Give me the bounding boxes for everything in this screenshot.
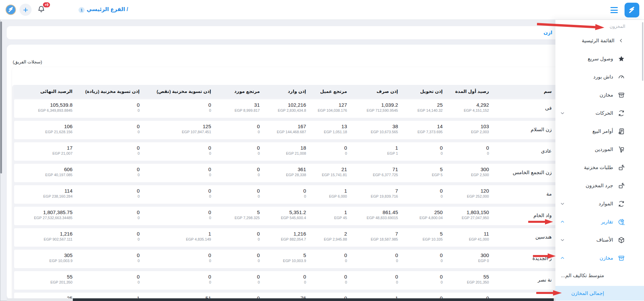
value-cell-customer_return: 1EGP 6,000 xyxy=(309,185,350,204)
column-header-incoming: إذن وارد xyxy=(263,89,309,94)
value-cell-issue: 1,039.2EGP 712,590.9545 xyxy=(350,99,401,118)
horizontal-scrollbar-thumb[interactable] xyxy=(73,298,554,301)
sidebar-scrollbar[interactable] xyxy=(642,22,643,81)
breadcrumb[interactable]: الفرع الرئيسي / xyxy=(87,6,128,12)
sidebar-item[interactable]: طلبات مخزنية xyxy=(555,158,644,177)
sidebar-item[interactable]: مخازن xyxy=(555,86,644,104)
column-header-opening: رصيد أول المدة xyxy=(446,89,492,94)
table-row[interactable]: مة120EGP 252,000007EGP 19,839.7161EGP 6,… xyxy=(14,185,632,204)
sidebar-item[interactable]: الموارد xyxy=(555,195,644,213)
table-header-row: سمرصيد أول المدةإذن تحويلإذن صرفمرتجع عم… xyxy=(14,85,632,98)
table-card: سمرصيد أول المدةإذن تحويلإذن صرفمرتجع عم… xyxy=(12,67,634,301)
app-logo[interactable] xyxy=(625,3,639,17)
value-cell-transfer: 14EGP 7,373.695 xyxy=(401,121,446,139)
value-cell-transfer: 00 xyxy=(401,185,446,204)
value-cell-opening: 300EGP 2,500 xyxy=(446,164,492,182)
table-row[interactable]: زن التجمع الخامس300EGP 2,5005EGP 571EGP … xyxy=(14,164,632,182)
app-logo-icon xyxy=(628,6,636,14)
sidebar-item[interactable]: تقارير xyxy=(555,213,644,231)
value-cell-transfer: 250EGP 4,800.04 xyxy=(401,207,446,225)
sidebar-item[interactable]: جرد المخزون xyxy=(555,177,644,195)
notifications-button[interactable]: +9 xyxy=(37,5,48,16)
column-header-customer_return: مرتجع عميل xyxy=(309,89,350,94)
add-button[interactable]: + xyxy=(19,4,32,16)
value-cell-opening: 120EGP 252,000 xyxy=(446,185,492,204)
sidebar-item-label: الموردين xyxy=(595,146,613,152)
sidebar: المخزون القائمة الرئيسيةوصول سريعداش بور… xyxy=(555,20,644,301)
sidebar-subitem[interactable]: إجمالى المخازن xyxy=(555,286,644,301)
table-row[interactable]: فى4,292EGP 4,151,15225EGP 14,140.321,039… xyxy=(14,99,632,118)
value-cell-adjust_decrease: 00 xyxy=(143,142,214,161)
table-row[interactable]: نة نصر55EGP 201,3500000000000000055EGP 2… xyxy=(14,271,632,290)
value-cell-incoming: 00 xyxy=(263,185,309,204)
value-cell-final: 305EGP 10,003.9 xyxy=(14,250,76,268)
value-cell-issue: 7EGP 18,587.985 xyxy=(350,228,401,247)
sidebar-subitem[interactable]: متوسط تكاليف الم... xyxy=(555,267,644,284)
sidebar-item[interactable]: داش بورد xyxy=(555,68,644,86)
gauge-icon xyxy=(617,73,625,81)
value-cell-opening: 00 xyxy=(446,142,492,161)
sidebar-item[interactable]: القائمة الرئيسية xyxy=(555,32,644,50)
refresh-icon xyxy=(617,200,625,208)
company-logo-icon xyxy=(5,4,16,15)
value-cell-adjust_increase: 00 xyxy=(76,121,143,139)
value-cell-adjust_increase: 00 xyxy=(76,99,143,118)
sidebar-item-label: مخازن xyxy=(599,255,613,261)
value-cell-opening: 11EGP 41,000 xyxy=(446,228,492,247)
sidebar-item[interactable]: مخازن xyxy=(555,249,644,267)
value-cell-incoming: 1,216EGP 882,054.7 xyxy=(263,228,309,247)
table-row[interactable]: عادى00001EGP 10018EGP 21,00800000017EGP … xyxy=(14,142,632,161)
column-header-issue: إذن صرف xyxy=(350,89,401,94)
sidebar-item[interactable]: الحركات xyxy=(555,104,644,122)
cube-icon xyxy=(617,236,625,244)
report-card: (سجلات الفريق) سمرصيد أول المدةإذن تحويل… xyxy=(7,45,632,300)
value-cell-issue: 38EGP 10,673.565 xyxy=(350,121,401,139)
vertical-scrollbar[interactable] xyxy=(0,21,2,173)
horizontal-scrollbar-track[interactable] xyxy=(7,298,555,301)
value-cell-adjust_increase: 00 xyxy=(76,185,143,204)
sidebar-item[interactable]: الموردين xyxy=(555,140,644,158)
value-cell-final: 1,216EGP 902,567.111 xyxy=(14,228,76,247)
value-cell-final: 105,539.8EGP 6,349,893.8845 xyxy=(14,99,76,118)
column-header-adjust_decrease: إذن تسوية مخزنية (نقص) xyxy=(143,89,214,94)
value-cell-opening: 103EGP 2,003 xyxy=(446,121,492,139)
value-cell-incoming: 102,216EGP 2,830,434.8 xyxy=(263,99,309,118)
value-cell-customer_return: 00 xyxy=(309,250,350,268)
sidebar-item[interactable]: أوامر البيع xyxy=(555,122,644,140)
table-row[interactable]: زن السلام103EGP 2,00314EGP 7,373.69538EG… xyxy=(14,121,632,139)
sidebar-item-label: وصول سريع xyxy=(588,56,613,62)
branch-count-badge: 1 xyxy=(79,7,85,13)
column-header-transfer: إذن تحويل xyxy=(401,89,446,94)
value-cell-final: 17EGP 21,007 xyxy=(14,142,76,161)
value-cell-transfer: 25EGP 14,140.32 xyxy=(401,99,446,118)
sidebar-item[interactable]: الأصناف xyxy=(555,231,644,249)
value-cell-transfer: 00 xyxy=(401,271,446,290)
table-row[interactable]: هندسين11EGP 41,0005EGP 10.3357EGP 18,587… xyxy=(14,228,632,247)
warehouse-icon xyxy=(617,91,625,99)
value-cell-adjust_decrease: 00 xyxy=(143,185,214,204)
sidebar-subitem-label: متوسط تكاليف الم... xyxy=(561,272,604,279)
column-header-adjust_increase: إذن تسوية مخزنية (زيادة) xyxy=(76,89,143,94)
value-cell-supplier_return: 5EGP 7,298.325 xyxy=(214,207,263,225)
menu-toggle-button[interactable] xyxy=(610,7,618,13)
column-header-supplier_return: مرتجع مورد xyxy=(214,89,263,94)
value-cell-issue: 00 xyxy=(350,250,401,268)
value-cell-opening: 300EGP 0 xyxy=(446,250,492,268)
company-avatar[interactable] xyxy=(5,4,16,15)
sidebar-item-label: مخازن xyxy=(599,92,613,98)
chevron-up-icon xyxy=(560,256,565,260)
value-cell-incoming: 5EGP 10,003.9 xyxy=(263,250,309,268)
chevron-left-icon xyxy=(617,37,625,45)
value-cell-adjust_decrease: 00 xyxy=(143,99,214,118)
value-cell-final: 106EGP 21,628.156 xyxy=(14,121,76,139)
sidebar-item[interactable]: وصول سريع xyxy=(555,50,644,68)
sidebar-item-label: داش بورد xyxy=(593,74,613,80)
supplier-icon xyxy=(617,145,625,153)
value-cell-supplier_return: 00 xyxy=(214,164,263,182)
sidebar-item-label: أوامر البيع xyxy=(592,128,613,134)
invoice-icon xyxy=(617,127,625,135)
value-cell-customer_return: 00 xyxy=(309,142,350,161)
sidebar-item-label: الموارد xyxy=(599,201,613,207)
value-cell-adjust_increase: 00 xyxy=(76,164,143,182)
value-cell-customer_return: 2EGP 2,945.88 xyxy=(309,228,350,247)
